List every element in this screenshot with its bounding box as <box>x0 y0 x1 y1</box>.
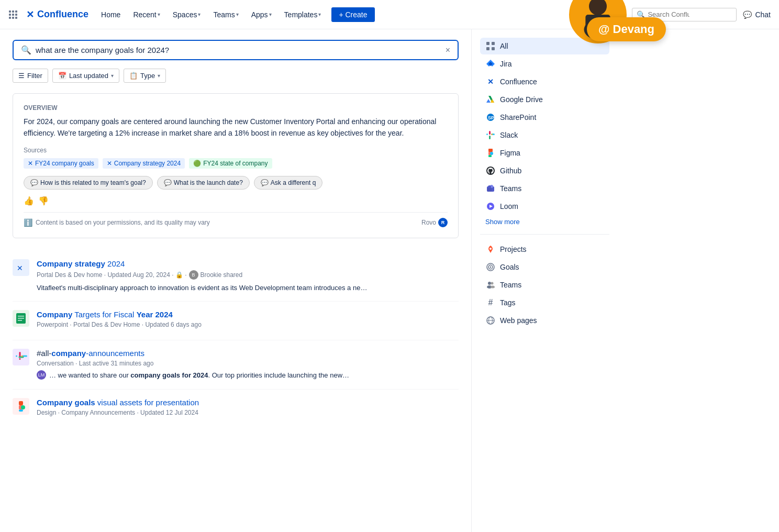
svg-rect-37 <box>489 131 491 135</box>
quick-actions: 💬 How is this related to my team's goal?… <box>24 176 448 190</box>
svg-rect-5 <box>15 14 17 16</box>
result-item: #all-company-announcements Conversation … <box>13 340 459 390</box>
last-updated-button[interactable]: 📅 Last updated ▾ <box>52 69 119 83</box>
search-bar[interactable]: 🔍 × <box>13 40 459 60</box>
filter-slack[interactable]: Slack <box>480 127 609 143</box>
svg-rect-51 <box>487 188 492 192</box>
svg-rect-7 <box>12 17 14 19</box>
svg-rect-3 <box>9 14 11 16</box>
overview-text: For 2024, our company goals are centered… <box>24 116 448 139</box>
svg-text:✕: ✕ <box>17 264 23 272</box>
result-title-1[interactable]: Company strategy 2024 <box>37 259 459 268</box>
svg-rect-22 <box>19 357 24 358</box>
teams-icon <box>485 183 496 194</box>
svg-rect-19 <box>19 358 21 360</box>
result-meta-2: Powerpoint · Portal Des & Dev Home · Upd… <box>37 321 459 328</box>
result-icon-slack <box>13 349 29 365</box>
divider <box>480 234 609 235</box>
people-icon <box>485 280 496 290</box>
svg-point-61 <box>491 286 495 289</box>
show-more-button[interactable]: Show more <box>480 216 609 228</box>
nav-spaces[interactable]: Spaces ▾ <box>169 7 205 22</box>
chat-bubble-icon-3: 💬 <box>261 179 269 186</box>
github-icon <box>485 165 496 176</box>
filter-sharepoint[interactable]: SP SharePoint <box>480 109 609 126</box>
section-tags[interactable]: # Tags <box>480 294 609 311</box>
create-button[interactable]: + Create <box>331 7 374 22</box>
section-teams[interactable]: Teams <box>480 276 609 293</box>
nav-teams[interactable]: Teams ▾ <box>209 7 242 22</box>
svg-rect-23 <box>21 356 23 357</box>
filter-loom[interactable]: Loom <box>480 198 609 215</box>
section-webpages[interactable]: Web pages <box>480 312 609 329</box>
section-projects[interactable]: Projects <box>480 241 609 258</box>
hash-icon: # <box>485 297 496 308</box>
result-title-4[interactable]: Company goals visual assets for presenta… <box>37 398 459 407</box>
nav-templates[interactable]: Templates ▾ <box>280 7 326 22</box>
feedback-row: 👍 👎 <box>24 196 448 206</box>
search-input[interactable] <box>36 46 446 54</box>
nav-apps[interactable]: Apps ▾ <box>247 7 276 22</box>
chat-bubble-icon-2: 💬 <box>164 179 172 186</box>
result-item: Company Targets for Fiscal Year 2024 Pow… <box>13 302 459 340</box>
nav-home[interactable]: Home <box>97 7 125 22</box>
result-meta-1: Portal Des & Dev home · Updated Aug 20, … <box>37 270 459 280</box>
filter-confluence[interactable]: ✕ Confluence <box>480 73 609 90</box>
disclaimer-text: Content is based on your permissions, an… <box>36 219 210 226</box>
confluence-icon: ✕ <box>485 76 496 87</box>
filter-googledrive[interactable]: Google Drive <box>480 91 609 108</box>
result-item: ✕ Company strategy 2024 Portal Des & Dev… <box>13 251 459 302</box>
filter-github[interactable]: Github <box>480 162 609 179</box>
source-company-strategy[interactable]: ✕ Company strategy 2024 <box>103 158 185 169</box>
result-meta-3: Conversation · Last active 31 minutes ag… <box>37 360 459 367</box>
filter-teams[interactable]: Teams <box>480 180 609 197</box>
source-fy24-state[interactable]: 🟢 FY24 state of company <box>189 158 272 169</box>
svg-rect-16 <box>18 318 24 319</box>
chat-bubble-icon: 💬 <box>30 179 38 186</box>
section-goals[interactable]: Goals <box>480 259 609 275</box>
quick-action-team-goal[interactable]: 💬 How is this related to my team's goal? <box>24 176 153 190</box>
info-icon: ℹ️ <box>24 218 32 227</box>
svg-rect-2 <box>15 10 17 13</box>
sharepoint-icon: SP <box>485 112 496 123</box>
type-button[interactable]: 📋 Type ▾ <box>124 69 166 83</box>
grid-menu-icon[interactable] <box>8 10 18 19</box>
result-title-3[interactable]: #all-company-announcements <box>37 349 459 358</box>
left-panel: 🔍 × ☰ Filter 📅 Last updated ▾ 📋 Type ▾ O <box>0 29 471 532</box>
slack-icon <box>485 130 496 140</box>
figma-icon <box>485 148 496 158</box>
rovo-icon: R <box>438 218 448 227</box>
thumbs-down-button[interactable]: 👎 <box>38 196 49 206</box>
search-clear-button[interactable]: × <box>446 46 450 55</box>
results-list: ✕ Company strategy 2024 Portal Des & Dev… <box>13 251 459 428</box>
svg-rect-24 <box>19 401 23 405</box>
nav-recent[interactable]: Recent ▾ <box>129 7 164 22</box>
chat-button[interactable]: 💬 Chat <box>743 10 771 19</box>
result-title-2[interactable]: Company Targets for Fiscal Year 2024 <box>37 310 459 319</box>
source-fy24-goals[interactable]: ✕ FY24 company goals <box>24 158 98 169</box>
overview-label: Overview <box>24 104 448 112</box>
svg-rect-31 <box>492 47 495 50</box>
confluence-logo[interactable]: ✕ Confluence <box>26 9 88 20</box>
thumbs-up-button[interactable]: 👍 <box>24 196 34 206</box>
filter-jira[interactable]: Jira <box>480 56 609 72</box>
svg-rect-15 <box>18 316 24 317</box>
quick-action-ask-different[interactable]: 💬 Ask a different q <box>254 176 323 190</box>
svg-text:SP: SP <box>488 115 494 120</box>
svg-rect-21 <box>16 356 17 357</box>
jira-icon <box>485 59 496 69</box>
calendar-icon: 📅 <box>58 72 66 80</box>
filter-button[interactable]: ☰ Filter <box>13 69 48 83</box>
filter-bar: ☰ Filter 📅 Last updated ▾ 📋 Type ▾ <box>13 69 459 83</box>
search-icon: 🔍 <box>21 45 31 55</box>
quick-action-launch-date[interactable]: 💬 What is the launch date? <box>157 176 250 190</box>
svg-rect-28 <box>486 42 489 45</box>
navbar-right: @ Devang 🔍 💬 Chat <box>569 0 771 43</box>
svg-rect-17 <box>18 320 22 321</box>
type-icon: 📋 <box>129 72 138 80</box>
svg-rect-26 <box>19 409 23 412</box>
gdrive-source-icon: 🟢 <box>193 160 201 167</box>
filter-figma[interactable]: Figma <box>480 145 609 161</box>
confluence-source-icon-2: ✕ <box>107 160 112 167</box>
target-icon <box>485 262 496 272</box>
